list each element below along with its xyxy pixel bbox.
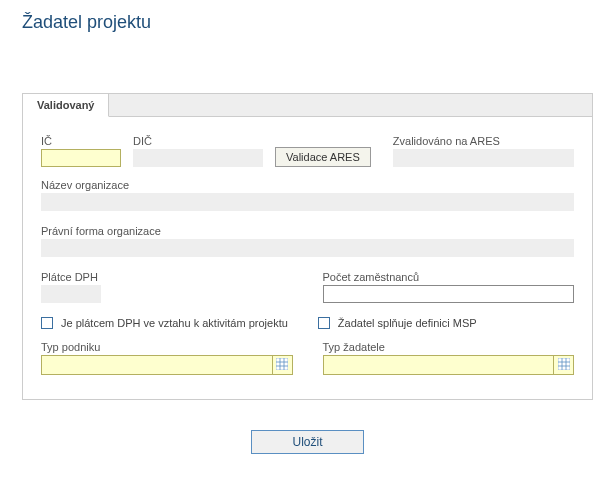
page-title: Žadatel projektu [0,0,615,33]
form-container: Validovaný IČ DIČ Validace ARES Zvalidov… [22,93,593,400]
field-dic: DIČ [133,135,263,167]
label-emp-count: Počet zaměstnanců [323,271,575,283]
label-ic: IČ [41,135,121,147]
label-vat-payer: Plátce DPH [41,271,293,283]
checkbox-msp-box[interactable] [318,317,330,329]
input-ares [393,149,574,167]
label-applicant-type: Typ žadatele [323,341,575,353]
field-applicant-type: Typ žadatele [323,341,575,375]
checkbox-vat-activities[interactable]: Je plátcem DPH ve vztahu k aktivitám pro… [41,317,288,329]
label-org-name: Název organizace [41,179,574,191]
form-body: IČ DIČ Validace ARES Zvalidováno na ARES… [23,117,592,399]
field-company-type: Typ podniku [41,341,293,375]
row-types: Typ podniku Typ žadatele [41,341,574,375]
label-ares: Zvalidováno na ARES [393,135,574,147]
save-row: Uložit [0,430,615,454]
input-org-name [41,193,574,211]
label-company-type: Typ podniku [41,341,293,353]
picker-company-type-button[interactable] [273,355,293,375]
label-dic: DIČ [133,135,263,147]
input-applicant-type[interactable] [323,355,555,375]
checkbox-row: Je plátcem DPH ve vztahu k aktivitám pro… [41,317,574,329]
field-org-name: Název organizace [41,179,574,211]
tab-validated[interactable]: Validovaný [23,94,109,117]
input-company-type[interactable] [41,355,273,375]
field-emp-count: Počet zaměstnanců [323,271,575,303]
picker-applicant-type [323,355,575,375]
input-vat-payer [41,285,101,303]
field-vat-payer: Plátce DPH [41,271,293,303]
picker-applicant-type-button[interactable] [554,355,574,375]
checkbox-msp[interactable]: Žadatel splňuje definici MSP [318,317,477,329]
field-ares: Zvalidováno na ARES [393,135,574,167]
field-ic: IČ [41,135,121,167]
row-ic-dic-ares: IČ DIČ Validace ARES Zvalidováno na ARES [41,135,574,167]
input-dic [133,149,263,167]
svg-rect-5 [558,358,570,370]
grid-icon [276,358,288,372]
save-button[interactable]: Uložit [251,430,363,454]
picker-company-type [41,355,293,375]
row-vat-emp: Plátce DPH Počet zaměstnanců [41,271,574,303]
label-legal-form: Právní forma organizace [41,225,574,237]
checkbox-msp-label: Žadatel splňuje definici MSP [338,317,477,329]
svg-rect-0 [276,358,288,370]
checkbox-vat-activities-box[interactable] [41,317,53,329]
input-legal-form [41,239,574,257]
checkbox-vat-activities-label: Je plátcem DPH ve vztahu k aktivitám pro… [61,317,288,329]
grid-icon [558,358,570,372]
input-ic[interactable] [41,149,121,167]
field-legal-form: Právní forma organizace [41,225,574,257]
validate-ares-button[interactable]: Validace ARES [275,147,371,167]
input-emp-count[interactable] [323,285,575,303]
tabs-row: Validovaný [23,94,592,117]
